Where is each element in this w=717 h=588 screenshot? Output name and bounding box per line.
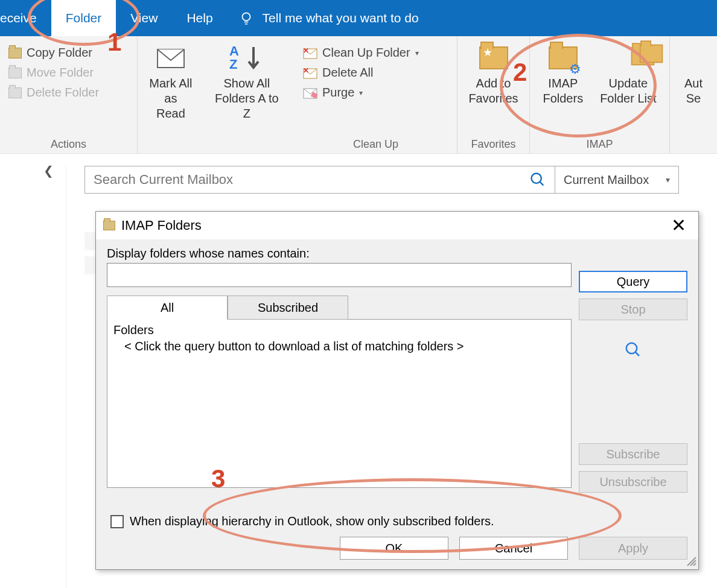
add-to-favorites-button[interactable]: ★ Add to Favorites [464,40,523,109]
ribbon-tabs: eceive Folder View Help Tell me what you… [0,0,717,36]
chevron-down-icon: ▾ [415,49,419,57]
tell-me-search[interactable]: Tell me what you want to do [238,10,419,26]
filter-label: Display folders whose names contain: [107,247,687,261]
clean-up-label: Clean Up Folder [322,46,410,60]
tab-subscribed[interactable]: Subscribed [228,296,348,320]
folder-list-header: Folders [113,323,565,337]
group-imap-label: IMAP [536,138,663,153]
svg-point-11 [626,343,637,354]
tab-view[interactable]: View [116,0,172,36]
group-favorites-label: Favorites [464,138,523,153]
fav-line1: Add to [476,76,511,91]
search-input[interactable] [94,172,529,188]
auto-partial-button[interactable]: Aut Se [676,40,711,109]
move-folder-label: Move Folder [27,66,94,80]
svg-text:Z: Z [229,57,237,72]
hierarchy-checkbox-label: When displaying hierarchy in Outlook, sh… [130,514,494,528]
clean-up-folder-button[interactable]: ✕ Clean Up Folder ▾ [301,45,451,61]
ok-button[interactable]: OK [340,537,448,560]
dialog-title: IMAP Folders [121,218,202,233]
folder-gear-icon: ⚙ [549,42,578,74]
show-all-folders-button[interactable]: AZ Show All Folders A to Z [205,40,288,124]
folder-star-icon: ★ [479,42,508,74]
mark-all-read-button[interactable]: Mark All as Read [144,40,198,124]
dialog-titlebar: IMAP Folders ✕ [96,212,698,239]
group-cleanup-label: Clean Up [301,138,451,153]
purge-button[interactable]: Purge ▾ [301,84,451,101]
imap-line2: Folders [543,91,583,106]
show-all-line1: Show All [224,76,270,91]
dialog-right-column: Query Stop Subscribe Unsubscribe [579,271,687,493]
envelope-icon [156,42,185,74]
svg-text:✕: ✕ [303,47,309,55]
hierarchy-checkbox-row[interactable]: When displaying hierarchy in Outlook, sh… [110,514,494,528]
svg-point-0 [242,13,250,21]
envelope-x-icon: ✕ [303,47,317,59]
apply-button[interactable]: Apply [579,537,687,560]
group-read-sort: Mark All as Read AZ Show All Folders A t… [138,36,295,153]
collapse-chevron-icon[interactable]: ❮ [43,163,54,178]
copy-folder-label: Copy Folder [27,46,92,60]
move-folder-button[interactable]: Move Folder [6,65,131,81]
tab-help[interactable]: Help [172,0,227,36]
update-line2: Folder List [600,91,656,106]
ribbon: Copy Folder Move Folder Delete Folder Ac… [0,36,717,154]
imap-folders-button[interactable]: ⚙ IMAP Folders [538,40,588,109]
delete-all-label: Delete All [322,66,374,80]
update-folder-list-button[interactable]: Update Folder List [595,40,661,109]
dialog-buttons: OK Cancel Apply [340,537,687,560]
imap-folders-dialog: IMAP Folders ✕ Display folders whose nam… [95,211,699,570]
magnifier-icon[interactable] [624,341,642,359]
group-favorites: ★ Add to Favorites Favorites [457,36,530,153]
sort-az-icon: AZ [229,42,264,74]
chevron-down-icon: ▾ [359,89,363,97]
folder-list[interactable]: Folders < Click the query button to down… [107,319,572,488]
search-scope-dropdown[interactable]: Current Mailbox ▾ [555,166,679,194]
subscribe-button[interactable]: Subscribe [579,443,687,465]
unsubscribe-button[interactable]: Unsubscribe [579,471,687,493]
group-actions: Copy Folder Move Folder Delete Folder Ac… [0,36,138,153]
folder-list-hint: < Click the query button to download a l… [113,340,565,353]
chevron-down-icon: ▾ [666,175,670,185]
divider [66,166,66,588]
update-line1: Update [609,76,648,91]
envelope-erase-icon [303,87,317,99]
group-imap: ⚙ IMAP Folders Update Folder List IMAP [530,36,670,153]
folder-icon [8,68,22,78]
filter-input[interactable] [107,263,572,287]
envelope-x-icon: ✕ [303,67,317,79]
imap-line1: IMAP [548,76,578,91]
fav-line2: Favorites [468,91,518,106]
stop-button[interactable]: Stop [579,299,687,320]
lightbulb-icon [238,10,254,26]
delete-all-button[interactable]: ✕ Delete All [301,65,451,81]
group-actions-label: Actions [6,138,131,153]
purge-label: Purge [322,86,354,100]
auto-line2: Se [686,91,701,106]
auto-line1: Aut [684,76,703,91]
search-row: Current Mailbox ▾ [84,166,679,194]
search-box[interactable] [84,166,555,194]
close-button[interactable]: ✕ [666,217,691,235]
folder-icon [8,48,22,58]
copy-folder-button[interactable]: Copy Folder [6,45,131,61]
folder-delete-icon [8,87,22,98]
tab-folder[interactable]: Folder [51,0,116,36]
delete-folder-button[interactable]: Delete Folder [6,84,131,101]
tab-all[interactable]: All [107,296,228,320]
search-icon[interactable] [529,171,546,188]
mark-all-line1: Mark All [149,76,192,91]
tell-me-label: Tell me what you want to do [263,11,419,25]
query-button[interactable]: Query [579,271,687,292]
group-auto-partial: Aut Se [670,36,717,153]
group-cleanup: ✕ Clean Up Folder ▾ ✕ Delete All Purge ▾… [295,36,457,153]
hierarchy-checkbox[interactable] [110,515,124,528]
tab-send-receive[interactable]: eceive [0,0,51,36]
svg-point-10 [532,174,541,183]
resize-grip-icon[interactable] [686,556,697,567]
svg-text:✕: ✕ [303,67,309,75]
cancel-button[interactable]: Cancel [459,537,568,560]
folder-icon [103,221,115,230]
delete-folder-label: Delete Folder [27,86,99,100]
search-scope-label: Current Mailbox [564,173,649,187]
